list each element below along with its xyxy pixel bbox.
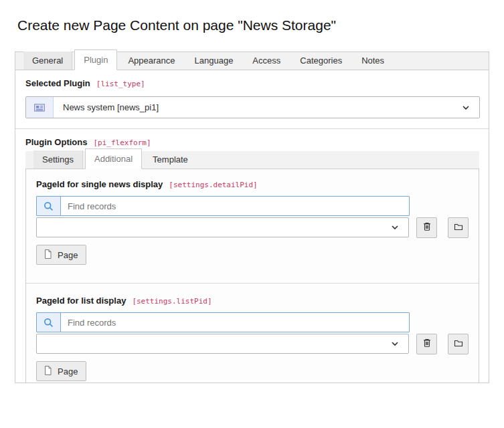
chevron-down-icon xyxy=(382,222,408,233)
tab-general[interactable]: General xyxy=(23,51,72,70)
selected-plugin-section: Selected Plugin [list_type] News system … xyxy=(15,70,489,128)
detail-pid-label: PageId for single news display xyxy=(36,179,163,189)
trash-icon xyxy=(422,338,432,350)
list-pid-key: [settings.listPid] xyxy=(132,297,212,306)
detail-pid-key: [settings.detailPid] xyxy=(169,181,257,189)
list-pid-search-input[interactable] xyxy=(61,313,409,332)
page-icon xyxy=(43,249,53,261)
main-tabbar: General Plugin Appearance Language Acces… xyxy=(15,52,489,70)
detail-pid-select[interactable] xyxy=(36,217,409,237)
plugin-options-label: Plugin Options xyxy=(25,137,87,147)
page-icon xyxy=(43,365,53,378)
tab-notes[interactable]: Notes xyxy=(353,51,393,70)
detail-pid-search xyxy=(36,196,410,216)
detail-pid-delete-button[interactable] xyxy=(416,217,437,238)
tab-plugin[interactable]: Plugin xyxy=(74,49,117,70)
list-pid-delete-button[interactable] xyxy=(416,334,437,354)
chevron-down-icon xyxy=(382,338,408,349)
list-pid-label: PageId for list display xyxy=(36,296,126,306)
tab-categories[interactable]: Categories xyxy=(291,51,351,70)
search-icon xyxy=(37,313,61,332)
flexform-tab-content: PageId for single news display [settings… xyxy=(25,169,479,383)
list-pid-folder-button[interactable] xyxy=(448,334,469,354)
detail-pid-folder-button[interactable] xyxy=(448,217,469,238)
list-pid-select[interactable] xyxy=(36,334,409,354)
list-pid-search xyxy=(36,312,410,332)
folder-icon xyxy=(453,338,464,350)
flexform-tabbar: Settings Additional Template xyxy=(25,151,479,169)
list-pid-field: PageId for list display [settings.listPi… xyxy=(26,284,479,383)
newspaper-icon xyxy=(26,97,54,118)
detail-pid-search-input[interactable] xyxy=(61,197,409,215)
tab-language[interactable]: Language xyxy=(186,51,242,70)
page-title: Create new Page Content on page "News St… xyxy=(17,17,504,33)
page-button-label: Page xyxy=(58,366,78,377)
tab-additional[interactable]: Additional xyxy=(85,148,142,169)
content-panel: General Plugin Appearance Language Acces… xyxy=(15,51,489,383)
list-pid-page-button[interactable]: Page xyxy=(36,361,86,381)
page-button-label: Page xyxy=(58,250,78,260)
trash-icon xyxy=(422,221,432,234)
folder-icon xyxy=(453,221,464,234)
detail-pid-field: PageId for single news display [settings… xyxy=(26,169,479,284)
detail-pid-page-button[interactable]: Page xyxy=(36,245,86,265)
selected-plugin-value: News system [news_pi1] xyxy=(54,97,452,118)
tab-appearance[interactable]: Appearance xyxy=(119,51,183,70)
chevron-down-icon xyxy=(452,97,479,118)
tab-access[interactable]: Access xyxy=(244,51,289,70)
selected-plugin-label: Selected Plugin xyxy=(25,78,90,88)
search-icon xyxy=(37,197,61,215)
tab-template[interactable]: Template xyxy=(144,150,197,169)
selected-plugin-key: [list_type] xyxy=(96,80,145,88)
plugin-options-key: [pi_flexform] xyxy=(93,138,151,147)
plugin-options-section: Plugin Options [pi_flexform] Settings Ad… xyxy=(15,129,489,383)
tab-settings[interactable]: Settings xyxy=(33,150,83,169)
selected-plugin-select[interactable]: News system [news_pi1] xyxy=(25,96,480,118)
